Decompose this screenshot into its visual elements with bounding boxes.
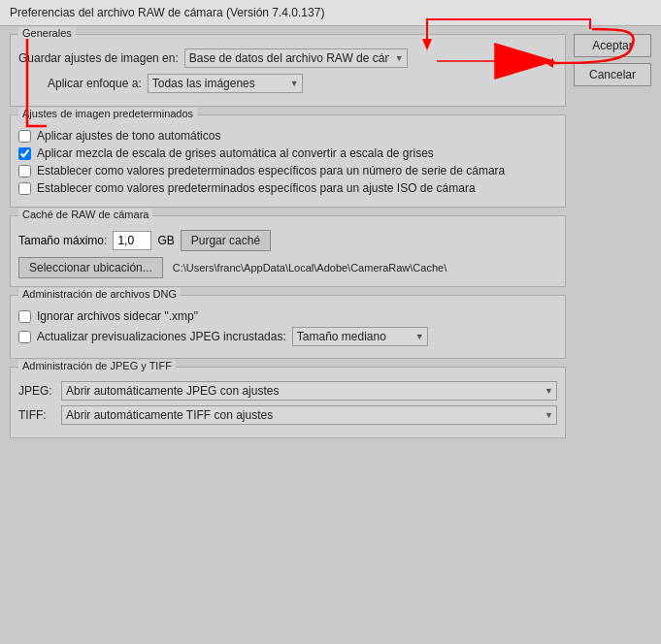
jpeg-select[interactable]: Abrir automáticamente JPEG con ajustes A… bbox=[61, 381, 557, 401]
cancel-button[interactable]: Cancelar bbox=[574, 63, 651, 86]
dng-jpeg-label: Actualizar previsualizaciones JPEG incru… bbox=[37, 330, 286, 343]
dng-sidecar-checkbox[interactable] bbox=[18, 310, 31, 323]
aplicar-label: Aplicar enfoque a: bbox=[48, 77, 142, 90]
jpeg-tiff-group: Administración de JPEG y TIFF JPEG: Abri… bbox=[10, 367, 566, 438]
ajuste-tono-row: Aplicar ajustes de tono automáticos bbox=[18, 129, 557, 143]
gb-label: GB bbox=[157, 234, 174, 247]
dng-jpeg-select[interactable]: Tamaño mediano Tamaño completo Solo mini… bbox=[292, 327, 428, 346]
seleccionar-ubicacion-button[interactable]: Seleccionar ubicación... bbox=[18, 257, 163, 278]
generales-group: Generales Guardar ajustes de imagen en: … bbox=[10, 34, 566, 107]
ajuste-escala-row: Aplicar mezcla de escala de grises autom… bbox=[18, 146, 557, 160]
title-bar: Preferencias del archivo RAW de cámara (… bbox=[0, 0, 661, 26]
tamano-input[interactable] bbox=[113, 231, 151, 250]
dng-jpeg-row: Actualizar previsualizaciones JPEG incru… bbox=[18, 327, 557, 346]
ajuste-serie-checkbox[interactable] bbox=[18, 165, 31, 177]
cache-path: C:\Users\franc\AppData\Local\Adobe\Camer… bbox=[173, 262, 446, 274]
ajuste-tono-label: Aplicar ajustes de tono automáticos bbox=[37, 129, 220, 143]
dng-jpeg-checkbox[interactable] bbox=[18, 331, 31, 343]
generales-label: Generales bbox=[18, 27, 76, 39]
purgar-button[interactable]: Purgar caché bbox=[181, 230, 271, 251]
ajuste-tono-checkbox[interactable] bbox=[18, 130, 31, 143]
dng-sidecar-label: Ignorar archivos sidecar ".xmp" bbox=[37, 309, 198, 323]
ajuste-escala-label: Aplicar mezcla de escala de grises autom… bbox=[37, 146, 434, 160]
ajuste-serie-row: Establecer como valores predeterminados … bbox=[18, 164, 557, 177]
dng-sidecar-row: Ignorar archivos sidecar ".xmp" bbox=[18, 309, 557, 323]
jpeg-label: JPEG: bbox=[18, 384, 55, 398]
guardar-label: Guardar ajustes de imagen en: bbox=[18, 51, 179, 65]
guardar-select[interactable]: Base de datos del archivo RAW de cámara … bbox=[184, 48, 408, 68]
ajuste-iso-row: Establecer como valores predeterminados … bbox=[18, 181, 557, 195]
ajuste-iso-label: Establecer como valores predeterminados … bbox=[37, 181, 476, 195]
tiff-label: TIFF: bbox=[18, 408, 55, 422]
jpeg-tiff-label: Administración de JPEG y TIFF bbox=[18, 360, 176, 371]
ajuste-serie-label: Establecer como valores predeterminados … bbox=[37, 164, 505, 177]
ajustes-label: Ajustes de imagen predeterminados bbox=[18, 108, 197, 119]
cache-group: Caché de RAW de cámara Tamaño máximo: GB… bbox=[10, 215, 566, 287]
tamano-label: Tamaño máximo: bbox=[18, 234, 107, 247]
ajuste-escala-checkbox[interactable] bbox=[18, 147, 31, 160]
ajuste-iso-checkbox[interactable] bbox=[18, 182, 31, 195]
dng-group: Administración de archivos DNG Ignorar a… bbox=[10, 295, 566, 359]
cache-label: Caché de RAW de cámara bbox=[18, 209, 152, 220]
aplicar-select[interactable]: Todas las imágenes Solo imágenes en vist… bbox=[148, 74, 303, 93]
ajustes-group: Ajustes de imagen predeterminados Aplica… bbox=[10, 114, 566, 208]
accept-button[interactable]: Aceptar bbox=[574, 34, 651, 57]
window-title: Preferencias del archivo RAW de cámara (… bbox=[10, 6, 324, 19]
dng-label: Administración de archivos DNG bbox=[18, 288, 181, 300]
tiff-select[interactable]: Abrir automáticamente TIFF con ajustes A… bbox=[61, 405, 557, 425]
